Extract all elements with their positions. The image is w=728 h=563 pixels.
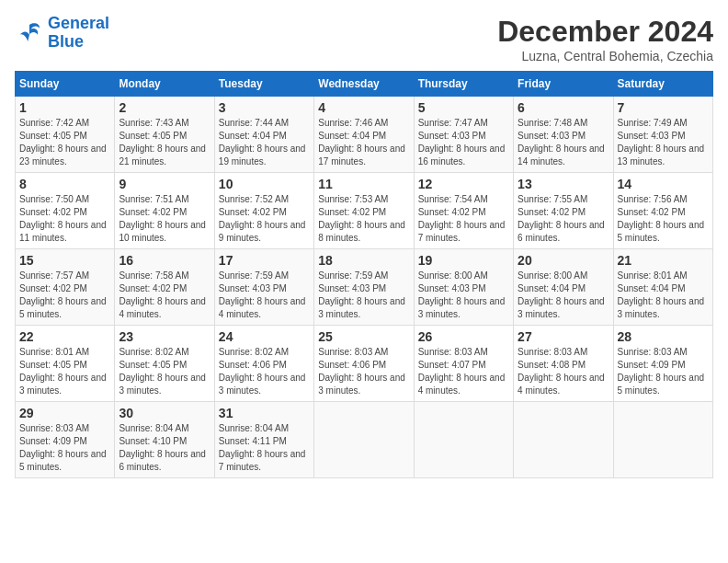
calendar-day-cell: 31 Sunrise: 8:04 AM Sunset: 4:11 PM Dayl… xyxy=(214,402,313,478)
day-info: Sunrise: 8:03 AM Sunset: 4:07 PM Dayligh… xyxy=(418,346,509,397)
daylight: Daylight: 8 hours and 3 minutes. xyxy=(518,295,609,321)
day-info: Sunrise: 7:50 AM Sunset: 4:02 PM Dayligh… xyxy=(19,193,110,245)
day-number: 1 xyxy=(19,100,110,115)
day-number: 8 xyxy=(19,177,110,191)
sunrise: Sunrise: 8:02 AM xyxy=(119,346,210,359)
sunset: Sunset: 4:04 PM xyxy=(618,282,709,295)
sunset: Sunset: 4:04 PM xyxy=(318,130,409,143)
sunset: Sunset: 4:03 PM xyxy=(618,130,709,143)
day-info: Sunrise: 7:46 AM Sunset: 4:04 PM Dayligh… xyxy=(318,117,409,168)
daylight: Daylight: 8 hours and 11 minutes. xyxy=(19,219,110,245)
calendar-day-cell xyxy=(314,402,414,478)
calendar-day-cell: 30 Sunrise: 8:04 AM Sunset: 4:10 PM Dayl… xyxy=(115,402,214,478)
calendar-table: SundayMondayTuesdayWednesdayThursdayFrid… xyxy=(15,71,713,478)
day-number: 13 xyxy=(518,177,609,191)
sunrise: Sunrise: 7:59 AM xyxy=(219,270,310,282)
day-info: Sunrise: 7:48 AM Sunset: 4:03 PM Dayligh… xyxy=(518,117,609,168)
day-number: 16 xyxy=(119,253,210,268)
daylight: Daylight: 8 hours and 7 minutes. xyxy=(219,448,310,474)
sunrise: Sunrise: 8:04 AM xyxy=(119,422,210,435)
calendar-week-row: 29 Sunrise: 8:03 AM Sunset: 4:09 PM Dayl… xyxy=(16,402,713,478)
sunset: Sunset: 4:06 PM xyxy=(219,359,310,372)
sunrise: Sunrise: 7:44 AM xyxy=(219,117,310,130)
day-info: Sunrise: 8:03 AM Sunset: 4:06 PM Dayligh… xyxy=(318,346,409,397)
day-info: Sunrise: 7:58 AM Sunset: 4:02 PM Dayligh… xyxy=(119,270,210,321)
sunset: Sunset: 4:04 PM xyxy=(219,130,310,143)
daylight: Daylight: 8 hours and 5 minutes. xyxy=(19,448,110,474)
day-number: 18 xyxy=(318,253,409,268)
calendar-day-cell: 17 Sunrise: 7:59 AM Sunset: 4:03 PM Dayl… xyxy=(214,249,313,326)
daylight: Daylight: 8 hours and 4 minutes. xyxy=(119,295,210,321)
day-info: Sunrise: 8:02 AM Sunset: 4:05 PM Dayligh… xyxy=(119,346,210,397)
logo-text: General Blue xyxy=(48,15,109,52)
day-number: 2 xyxy=(119,100,210,115)
sunset: Sunset: 4:02 PM xyxy=(618,206,709,219)
calendar-day-cell: 4 Sunrise: 7:46 AM Sunset: 4:04 PM Dayli… xyxy=(314,97,414,173)
sunrise: Sunrise: 7:55 AM xyxy=(518,193,609,206)
day-info: Sunrise: 7:51 AM Sunset: 4:02 PM Dayligh… xyxy=(119,193,210,245)
calendar-day-cell: 26 Sunrise: 8:03 AM Sunset: 4:07 PM Dayl… xyxy=(414,326,513,402)
daylight: Daylight: 8 hours and 19 minutes. xyxy=(219,143,310,168)
month-title: December 2024 xyxy=(497,15,713,49)
daylight: Daylight: 8 hours and 3 minutes. xyxy=(318,295,409,321)
day-info: Sunrise: 7:52 AM Sunset: 4:02 PM Dayligh… xyxy=(219,193,310,245)
location: Luzna, Central Bohemia, Czechia xyxy=(497,49,713,63)
sunrise: Sunrise: 8:04 AM xyxy=(219,422,310,435)
sunrise: Sunrise: 7:47 AM xyxy=(418,117,509,130)
daylight: Daylight: 8 hours and 10 minutes. xyxy=(119,219,210,245)
title-block: December 2024 Luzna, Central Bohemia, Cz… xyxy=(497,15,713,63)
sunset: Sunset: 4:09 PM xyxy=(618,359,709,372)
sunrise: Sunrise: 8:03 AM xyxy=(618,346,709,359)
sunset: Sunset: 4:02 PM xyxy=(219,206,310,219)
daylight: Daylight: 8 hours and 4 minutes. xyxy=(418,372,509,397)
daylight: Daylight: 8 hours and 5 minutes. xyxy=(19,295,110,321)
daylight: Daylight: 8 hours and 6 minutes. xyxy=(518,219,609,245)
day-info: Sunrise: 7:57 AM Sunset: 4:02 PM Dayligh… xyxy=(19,270,110,321)
calendar-day-cell: 19 Sunrise: 8:00 AM Sunset: 4:03 PM Dayl… xyxy=(414,249,513,326)
calendar-day-cell: 27 Sunrise: 8:03 AM Sunset: 4:08 PM Dayl… xyxy=(514,326,613,402)
day-number: 31 xyxy=(219,406,310,420)
sunrise: Sunrise: 7:57 AM xyxy=(19,270,110,282)
daylight: Daylight: 8 hours and 3 minutes. xyxy=(219,372,310,397)
calendar-day-cell: 11 Sunrise: 7:53 AM Sunset: 4:02 PM Dayl… xyxy=(314,173,414,249)
logo-icon xyxy=(15,18,44,48)
calendar-day-cell: 13 Sunrise: 7:55 AM Sunset: 4:02 PM Dayl… xyxy=(514,173,613,249)
sunrise: Sunrise: 7:56 AM xyxy=(618,193,709,206)
day-number: 22 xyxy=(19,329,110,344)
calendar-day-cell: 1 Sunrise: 7:42 AM Sunset: 4:05 PM Dayli… xyxy=(16,97,115,173)
sunrise: Sunrise: 7:48 AM xyxy=(518,117,609,130)
daylight: Daylight: 8 hours and 23 minutes. xyxy=(19,143,110,168)
sunrise: Sunrise: 7:59 AM xyxy=(318,270,409,282)
sunrise: Sunrise: 7:46 AM xyxy=(318,117,409,130)
sunrise: Sunrise: 8:03 AM xyxy=(418,346,509,359)
sunrise: Sunrise: 8:03 AM xyxy=(19,422,110,435)
day-info: Sunrise: 7:42 AM Sunset: 4:05 PM Dayligh… xyxy=(19,117,110,168)
sunset: Sunset: 4:03 PM xyxy=(219,282,310,295)
day-info: Sunrise: 7:56 AM Sunset: 4:02 PM Dayligh… xyxy=(618,193,709,245)
day-info: Sunrise: 7:55 AM Sunset: 4:02 PM Dayligh… xyxy=(518,193,609,245)
calendar-day-cell: 28 Sunrise: 8:03 AM Sunset: 4:09 PM Dayl… xyxy=(613,326,712,402)
day-info: Sunrise: 8:00 AM Sunset: 4:03 PM Dayligh… xyxy=(418,270,509,321)
daylight: Daylight: 8 hours and 3 minutes. xyxy=(19,372,110,397)
sunrise: Sunrise: 8:03 AM xyxy=(318,346,409,359)
sunset: Sunset: 4:08 PM xyxy=(518,359,609,372)
day-info: Sunrise: 8:03 AM Sunset: 4:09 PM Dayligh… xyxy=(618,346,709,397)
sunrise: Sunrise: 8:01 AM xyxy=(618,270,709,282)
calendar-day-cell xyxy=(414,402,513,478)
day-info: Sunrise: 8:02 AM Sunset: 4:06 PM Dayligh… xyxy=(219,346,310,397)
sunset: Sunset: 4:09 PM xyxy=(19,435,110,448)
day-number: 26 xyxy=(418,329,509,344)
sunset: Sunset: 4:05 PM xyxy=(19,359,110,372)
calendar-day-cell: 15 Sunrise: 7:57 AM Sunset: 4:02 PM Dayl… xyxy=(16,249,115,326)
calendar-day-cell: 2 Sunrise: 7:43 AM Sunset: 4:05 PM Dayli… xyxy=(115,97,214,173)
daylight: Daylight: 8 hours and 3 minutes. xyxy=(618,295,709,321)
daylight: Daylight: 8 hours and 13 minutes. xyxy=(618,143,709,168)
day-number: 12 xyxy=(418,177,509,191)
sunset: Sunset: 4:03 PM xyxy=(518,130,609,143)
daylight: Daylight: 8 hours and 14 minutes. xyxy=(518,143,609,168)
day-number: 20 xyxy=(518,253,609,268)
calendar-week-row: 15 Sunrise: 7:57 AM Sunset: 4:02 PM Dayl… xyxy=(16,249,713,326)
sunset: Sunset: 4:05 PM xyxy=(119,359,210,372)
day-number: 25 xyxy=(318,329,409,344)
daylight: Daylight: 8 hours and 3 minutes. xyxy=(418,295,509,321)
